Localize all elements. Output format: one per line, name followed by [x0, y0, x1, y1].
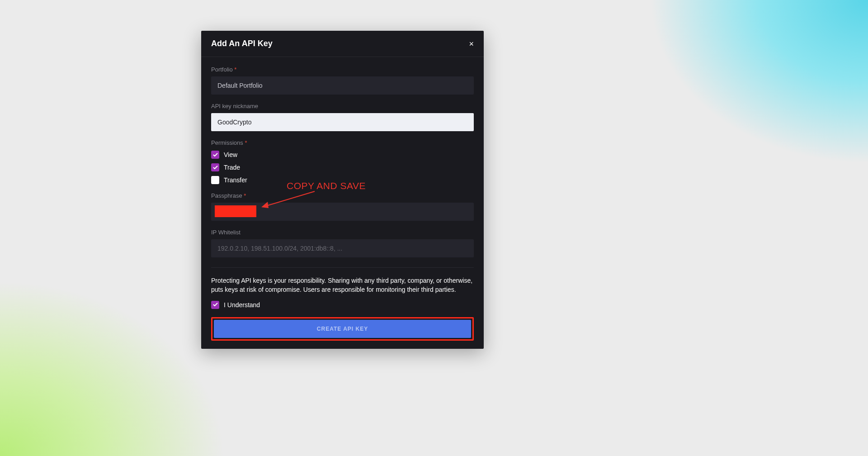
- disclaimer-text: Protecting API keys is your responsibili…: [211, 276, 474, 294]
- permission-transfer-checkbox[interactable]: [211, 176, 219, 184]
- required-indicator: *: [234, 66, 236, 73]
- permission-view-checkbox[interactable]: [211, 151, 219, 159]
- permission-transfer-label: Transfer: [224, 176, 247, 184]
- understand-checkbox[interactable]: [211, 301, 219, 309]
- passphrase-wrapper: [211, 203, 474, 221]
- ip-whitelist-input[interactable]: [211, 239, 474, 257]
- permissions-checkbox-group: View Trade Transfer: [211, 151, 474, 184]
- nickname-label: API key nickname: [211, 103, 474, 109]
- portfolio-field-group: Portfolio *: [211, 66, 474, 95]
- close-icon[interactable]: ×: [469, 40, 474, 48]
- permission-trade-checkbox[interactable]: [211, 163, 219, 171]
- modal-title: Add An API Key: [211, 39, 273, 48]
- understand-label: I Understand: [224, 301, 260, 309]
- portfolio-label: Portfolio *: [211, 66, 474, 73]
- checkmark-icon: [212, 302, 218, 308]
- checkmark-icon: [212, 165, 218, 171]
- passphrase-label: Passphrase *: [211, 192, 474, 199]
- create-button-highlight: CREATE API KEY: [211, 317, 474, 341]
- permission-trade-item: Trade: [211, 163, 474, 171]
- required-indicator: *: [245, 139, 247, 146]
- permission-transfer-item: Transfer: [211, 176, 474, 184]
- permission-view-label: View: [224, 151, 237, 158]
- divider: [211, 267, 474, 268]
- checkmark-icon: [212, 152, 218, 158]
- passphrase-label-text: Passphrase: [211, 192, 242, 199]
- nickname-field-group: API key nickname: [211, 103, 474, 131]
- passphrase-redaction-overlay: [215, 205, 256, 217]
- permission-view-item: View: [211, 151, 474, 159]
- modal-header: Add An API Key ×: [201, 31, 484, 57]
- modal-body: Portfolio * API key nickname Permissions…: [201, 57, 484, 349]
- passphrase-field-group: Passphrase *: [211, 192, 474, 221]
- permissions-label-text: Permissions: [211, 139, 243, 146]
- portfolio-label-text: Portfolio: [211, 66, 233, 73]
- ip-whitelist-label: IP Whitelist: [211, 229, 474, 236]
- nickname-input[interactable]: [211, 113, 474, 131]
- understand-row: I Understand: [211, 301, 474, 309]
- create-api-key-button[interactable]: CREATE API KEY: [214, 320, 471, 338]
- permissions-field-group: Permissions * View Trade: [211, 139, 474, 184]
- required-indicator: *: [244, 192, 246, 199]
- permission-trade-label: Trade: [224, 164, 240, 171]
- add-api-key-modal: Add An API Key × Portfolio * API key nic…: [201, 31, 484, 349]
- ip-whitelist-field-group: IP Whitelist: [211, 229, 474, 257]
- portfolio-input[interactable]: [211, 76, 474, 95]
- permissions-label: Permissions *: [211, 139, 474, 146]
